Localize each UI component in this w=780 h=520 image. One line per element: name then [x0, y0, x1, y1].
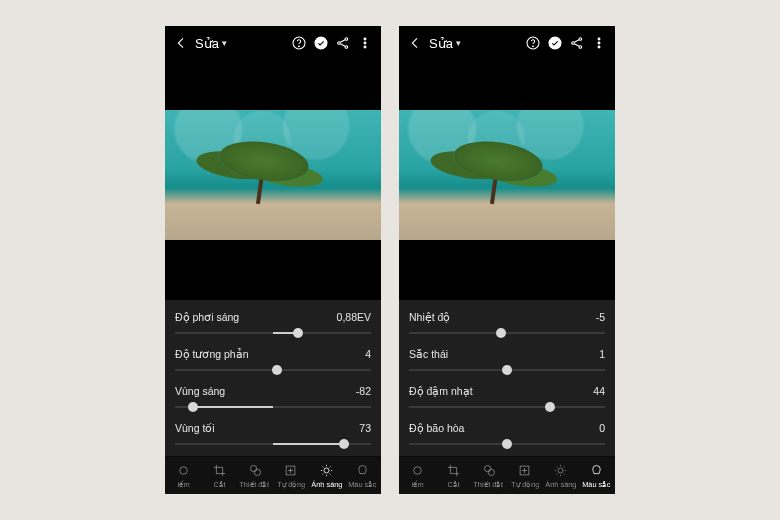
slider-row-shadows: Vùng tối73	[175, 419, 371, 456]
caret-down-icon: ▾	[222, 38, 227, 48]
sliders-panel: Độ phơi sáng0,88EV Độ tương phản4 Vùng s…	[165, 300, 381, 456]
svg-point-13	[324, 468, 329, 473]
slider-row-vibrance: Độ đậm nhạt44	[409, 382, 605, 419]
svg-point-6	[364, 38, 366, 40]
svg-point-23	[414, 467, 422, 475]
slider-value: 73	[359, 422, 371, 434]
slider-value: 4	[365, 348, 371, 360]
back-icon[interactable]	[173, 35, 189, 51]
tab-auto[interactable]: Tự động	[508, 463, 542, 489]
slider-label: Độ đậm nhạt	[409, 385, 473, 397]
slider-track[interactable]	[409, 438, 605, 450]
svg-point-15	[533, 46, 534, 47]
slider-label: Độ tương phản	[175, 348, 249, 360]
svg-point-27	[558, 468, 563, 473]
check-icon[interactable]	[547, 35, 563, 51]
slider-track[interactable]	[175, 364, 371, 376]
image-preview[interactable]	[165, 110, 381, 240]
slider-value: 1	[599, 348, 605, 360]
tab-auto[interactable]: Tự động	[274, 463, 308, 489]
svg-point-5	[345, 46, 348, 49]
svg-point-22	[598, 46, 600, 48]
slider-row-tint: Sắc thái1	[409, 345, 605, 382]
topbar: Sửa ▾	[399, 26, 615, 60]
slider-value: 0,88EV	[337, 311, 371, 323]
title-text: Sửa	[195, 36, 219, 51]
tab-crop[interactable]: Cắt	[203, 463, 237, 489]
share-icon[interactable]	[335, 35, 351, 51]
svg-point-19	[579, 46, 582, 49]
bottom-tabs: iểm Cắt Thiết đặt sẵn Tự động Ánh sáng M…	[399, 456, 615, 494]
phone-screen-left: Sửa ▾ Độ phơi sáng0,88EV Độ tương phản4 …	[165, 26, 381, 494]
slider-row-saturation: Độ bão hòa0	[409, 419, 605, 456]
image-preview[interactable]	[399, 110, 615, 240]
svg-point-8	[364, 46, 366, 48]
tab-iem[interactable]: iểm	[401, 463, 435, 489]
title-text: Sửa	[429, 36, 453, 51]
slider-value: 44	[593, 385, 605, 397]
svg-point-4	[345, 38, 348, 41]
slider-value: 0	[599, 422, 605, 434]
svg-point-7	[364, 42, 366, 44]
svg-point-24	[484, 466, 490, 472]
slider-row-contrast: Độ tương phản4	[175, 345, 371, 382]
tab-presets[interactable]: Thiết đặt sẵn	[472, 463, 506, 489]
slider-track[interactable]	[409, 401, 605, 413]
caret-down-icon: ▾	[456, 38, 461, 48]
slider-value: -82	[356, 385, 371, 397]
svg-point-9	[180, 467, 188, 475]
slider-row-temperature: Nhiệt độ-5	[409, 308, 605, 345]
slider-track[interactable]	[175, 401, 371, 413]
topbar: Sửa ▾	[165, 26, 381, 60]
sliders-panel: Nhiệt độ-5 Sắc thái1 Độ đậm nhạt44 Độ bã…	[399, 300, 615, 456]
svg-point-25	[488, 469, 494, 475]
svg-point-21	[598, 42, 600, 44]
slider-track[interactable]	[409, 327, 605, 339]
more-icon[interactable]	[591, 35, 607, 51]
more-icon[interactable]	[357, 35, 373, 51]
slider-label: Độ bão hòa	[409, 422, 464, 434]
tab-crop[interactable]: Cắt	[437, 463, 471, 489]
phone-screen-right: Sửa ▾ Nhiệt độ-5 Sắc thái1 Độ đậm nhạt44…	[399, 26, 615, 494]
tab-presets[interactable]: Thiết đặt sẵn	[238, 463, 272, 489]
tab-light[interactable]: Ánh sáng	[310, 463, 344, 489]
svg-point-17	[572, 42, 575, 45]
share-icon[interactable]	[569, 35, 585, 51]
tab-iem[interactable]: iểm	[167, 463, 201, 489]
svg-point-18	[579, 38, 582, 41]
svg-point-3	[338, 42, 341, 45]
tab-color[interactable]: Màu sắc	[579, 463, 613, 489]
slider-label: Sắc thái	[409, 348, 448, 360]
bottom-tabs: iểm Cắt Thiết đặt sẵn Tự động Ánh sáng M…	[165, 456, 381, 494]
tab-light[interactable]: Ánh sáng	[544, 463, 578, 489]
page-title[interactable]: Sửa ▾	[429, 36, 461, 51]
svg-point-20	[598, 38, 600, 40]
svg-point-10	[250, 466, 256, 472]
help-icon[interactable]	[525, 35, 541, 51]
check-icon[interactable]	[313, 35, 329, 51]
slider-label: Vùng sáng	[175, 385, 225, 397]
page-title[interactable]: Sửa ▾	[195, 36, 227, 51]
slider-track[interactable]	[175, 327, 371, 339]
slider-label: Độ phơi sáng	[175, 311, 239, 323]
back-icon[interactable]	[407, 35, 423, 51]
svg-point-1	[299, 46, 300, 47]
slider-track[interactable]	[409, 364, 605, 376]
slider-track[interactable]	[175, 438, 371, 450]
slider-value: -5	[596, 311, 605, 323]
help-icon[interactable]	[291, 35, 307, 51]
slider-row-exposure: Độ phơi sáng0,88EV	[175, 308, 371, 345]
svg-point-11	[254, 469, 260, 475]
slider-label: Nhiệt độ	[409, 311, 450, 323]
slider-label: Vùng tối	[175, 422, 215, 434]
slider-row-highlights: Vùng sáng-82	[175, 382, 371, 419]
tab-color[interactable]: Màu sắc	[345, 463, 379, 489]
